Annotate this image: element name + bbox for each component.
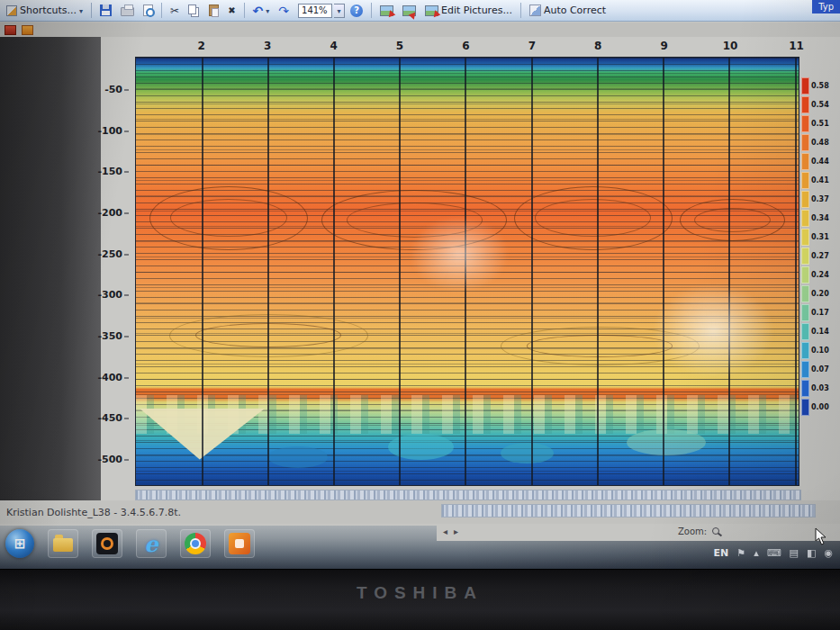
colorbar-entry: 0.31 <box>801 228 839 247</box>
statusbar: Kristian Dolishte_L38 - 3.4.5.6.7.8t. <box>0 500 840 524</box>
app-bottom-bar: Zoom: <box>437 524 840 541</box>
help-button[interactable] <box>347 2 366 20</box>
orange-app-icon <box>229 533 250 554</box>
colorbar-entry: 0.54 <box>801 95 839 114</box>
y-axis: -50-100-150-200-250-300-350-400-450-500 <box>90 57 131 486</box>
auto-correct-label: Auto Correct <box>544 4 606 16</box>
x-tick-label: 4 <box>330 40 337 52</box>
x-tick-label: 3 <box>264 40 271 52</box>
zoom-dropdown-button[interactable] <box>334 4 345 18</box>
colorbar-entry: 0.27 <box>801 247 839 266</box>
colorbar-entry: 0.41 <box>801 171 839 190</box>
paste-button[interactable] <box>205 2 222 20</box>
colorbar-label: 0.48 <box>811 139 829 147</box>
colorbar-chip <box>801 115 809 132</box>
print-preview-button[interactable] <box>140 2 157 20</box>
zoom-combobox[interactable]: 141% <box>298 4 332 18</box>
vertical-gridline <box>202 58 203 485</box>
y-tick-label: -500 <box>97 453 129 464</box>
colorbar-label: 0.17 <box>811 309 829 317</box>
render-artifact-strip <box>135 490 801 500</box>
brand-logo: TOSHIBA <box>0 583 840 603</box>
colorbar-entry: 0.00 <box>801 398 839 417</box>
cut-button[interactable] <box>167 2 183 20</box>
y-tick-label: -50 <box>104 84 129 95</box>
toolbar-separator <box>91 3 92 18</box>
redo-button[interactable] <box>275 2 293 20</box>
paste-icon <box>209 4 219 16</box>
redo-icon <box>278 4 289 18</box>
laptop-bezel: TOSHIBA <box>0 569 840 630</box>
printer-icon <box>121 7 134 16</box>
taskbar-item-app[interactable] <box>224 529 255 558</box>
colorbar-label: 0.31 <box>811 233 829 241</box>
left-dark-panel <box>0 37 101 500</box>
toolbar: Shortcuts... 141% Edit Pictures... <box>0 0 840 22</box>
colorbar-entry: 0.20 <box>801 284 839 303</box>
x-tick-label: 2 <box>198 40 205 52</box>
x-tick-label: 11 <box>789 40 804 52</box>
magnifier-icon[interactable] <box>712 527 719 535</box>
vertical-gridline <box>399 58 401 485</box>
taskbar-item-explorer[interactable] <box>48 529 78 558</box>
colorbar-entry: 0.37 <box>801 190 839 209</box>
colorbar-entry: 0.51 <box>801 114 839 133</box>
scroll-right-arrow[interactable] <box>454 526 458 536</box>
colorbar-chip <box>801 266 809 284</box>
document-orange-icon[interactable] <box>22 25 33 35</box>
colorbar-chip <box>801 304 809 321</box>
secondary-toolbar <box>0 22 840 37</box>
print-button[interactable] <box>117 2 138 20</box>
y-tick-label: -200 <box>97 206 129 218</box>
render-artifact-strip-2 <box>441 504 816 518</box>
flag-icon[interactable]: ⚑ <box>736 547 745 559</box>
media-player-icon <box>96 533 118 554</box>
picture-import-button[interactable] <box>399 2 420 20</box>
colorbar-label: 0.14 <box>811 328 829 336</box>
plot-area[interactable] <box>135 57 799 486</box>
display-icon[interactable]: ▤ <box>790 547 799 559</box>
colorbar-label: 0.41 <box>811 176 829 184</box>
document-red-icon[interactable] <box>5 25 16 35</box>
colorbar-chip <box>801 229 809 246</box>
colorbar: 0.580.540.510.480.440.410.370.340.310.27… <box>801 76 839 417</box>
taskbar-item-chrome[interactable] <box>180 529 211 558</box>
save-icon <box>100 4 112 16</box>
zoom-value: 141% <box>302 5 328 15</box>
undo-button[interactable] <box>249 2 274 20</box>
auto-correct-icon <box>529 4 541 16</box>
vertical-gridline <box>597 58 599 485</box>
vertical-gridline <box>663 58 664 485</box>
edit-pictures-icon <box>425 5 438 16</box>
taskbar-item-internet-explorer[interactable] <box>136 529 167 558</box>
y-tick-label: -250 <box>97 248 129 259</box>
workspace: 234567891011 -50-100-150-200-250-300-350… <box>0 37 840 500</box>
copy-button[interactable] <box>185 2 203 20</box>
colorbar-entry: 0.44 <box>801 152 839 171</box>
keyboard-icon[interactable]: ⌨ <box>767 547 781 559</box>
start-button[interactable] <box>5 529 34 558</box>
language-indicator[interactable]: EN <box>714 547 729 559</box>
colorbar-chip <box>801 248 809 265</box>
colorbar-entry: 0.07 <box>801 360 839 379</box>
save-button[interactable] <box>96 2 115 20</box>
colorbar-entry: 0.24 <box>801 266 839 284</box>
y-tick-label: -300 <box>97 289 129 301</box>
x-tick-label: 7 <box>528 40 536 52</box>
colorbar-label: 0.07 <box>811 365 829 374</box>
x-axis: 234567891011 <box>135 40 799 55</box>
auto-correct-button[interactable]: Auto Correct <box>526 2 610 20</box>
edit-pictures-button[interactable]: Edit Pictures... <box>421 2 516 20</box>
picture-export-button[interactable] <box>376 2 397 20</box>
colorbar-label: 0.51 <box>811 120 829 128</box>
colorbar-label: 0.10 <box>811 346 829 355</box>
shortcuts-button[interactable]: Shortcuts... <box>3 2 86 20</box>
taskbar-item-media-player[interactable] <box>92 529 122 558</box>
window-corner-label: Typ <box>812 0 840 14</box>
toolbar-separator <box>520 3 521 18</box>
vertical-gridline <box>267 58 269 485</box>
delete-button[interactable] <box>224 2 239 20</box>
colorbar-chip <box>801 399 809 416</box>
scroll-left-arrow[interactable] <box>443 526 447 536</box>
show-hidden-icons-arrow[interactable]: ▴ <box>754 547 759 559</box>
